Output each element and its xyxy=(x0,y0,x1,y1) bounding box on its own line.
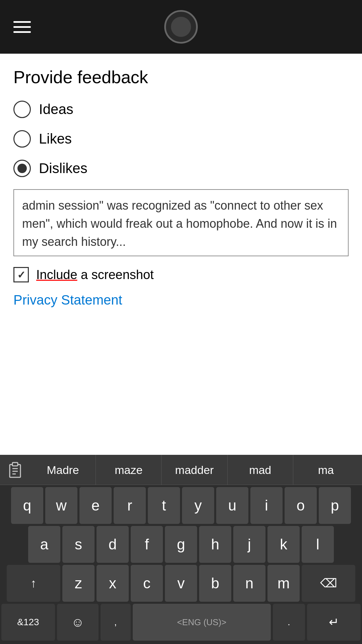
privacy-statement-link[interactable]: Privacy Statement xyxy=(13,292,349,308)
cortana-icon xyxy=(164,10,198,44)
key-p[interactable]: p xyxy=(319,487,351,524)
period-key[interactable]: . xyxy=(273,604,305,641)
key-d[interactable]: d xyxy=(97,526,129,563)
svg-rect-1 xyxy=(12,463,18,466)
autocomplete-word-3[interactable]: mad xyxy=(227,455,293,485)
feedback-textarea[interactable]: admin session" was recognized as "connec… xyxy=(13,189,349,256)
key-o[interactable]: o xyxy=(285,487,317,524)
key-n[interactable]: n xyxy=(233,565,265,602)
key-e[interactable]: e xyxy=(79,487,112,524)
hamburger-menu-button[interactable] xyxy=(13,21,31,33)
key-b[interactable]: b xyxy=(199,565,231,602)
space-key-label: ENG (US) xyxy=(182,617,221,628)
shift-key[interactable]: ↑ xyxy=(7,565,60,602)
autocomplete-word-2[interactable]: madder xyxy=(161,455,227,485)
autocomplete-words: Madre maze madder mad ma xyxy=(30,455,359,485)
key-t[interactable]: t xyxy=(148,487,180,524)
topbar xyxy=(0,0,362,54)
main-content: Provide feedback Ideas Likes Dislikes ad… xyxy=(0,54,362,321)
key-m[interactable]: m xyxy=(267,565,300,602)
screenshot-checkbox-row[interactable]: Include a screenshot xyxy=(13,267,349,282)
key-w[interactable]: w xyxy=(45,487,77,524)
autocomplete-bar: Madre maze madder mad ma xyxy=(0,455,362,485)
key-row-1: q w e r t y u i o p xyxy=(1,487,361,524)
radio-circle-likes xyxy=(13,130,31,148)
key-z[interactable]: z xyxy=(62,565,95,602)
key-g[interactable]: g xyxy=(165,526,197,563)
autocomplete-word-0[interactable]: Madre xyxy=(30,455,96,485)
clipboard-icon[interactable] xyxy=(3,455,27,485)
key-x[interactable]: x xyxy=(97,565,129,602)
key-a[interactable]: a xyxy=(28,526,60,563)
space-key[interactable]: < ENG (US) > xyxy=(133,604,271,641)
key-i[interactable]: i xyxy=(250,487,283,524)
radio-label-dislikes: Dislikes xyxy=(39,160,87,176)
key-rows: q w e r t y u i o p a s d f g h j k l ↑ … xyxy=(0,485,362,644)
radio-ideas[interactable]: Ideas xyxy=(13,101,349,118)
radio-circle-ideas xyxy=(13,101,31,118)
key-r[interactable]: r xyxy=(114,487,146,524)
radio-likes[interactable]: Likes xyxy=(13,130,349,148)
key-u[interactable]: u xyxy=(216,487,248,524)
key-v[interactable]: v xyxy=(165,565,197,602)
radio-dislikes[interactable]: Dislikes xyxy=(13,160,349,177)
enter-key[interactable]: ↵ xyxy=(307,604,361,641)
screenshot-checkbox[interactable] xyxy=(13,267,29,282)
key-row-4: &123 ☺ , < ENG (US) > . ↵ xyxy=(1,604,361,641)
page-title: Provide feedback xyxy=(13,67,349,87)
key-f[interactable]: f xyxy=(131,526,163,563)
backspace-key[interactable]: ⌫ xyxy=(302,565,355,602)
radio-circle-dislikes xyxy=(13,160,31,177)
key-y[interactable]: y xyxy=(182,487,214,524)
key-row-2: a s d f g h j k l xyxy=(1,526,361,563)
key-l[interactable]: l xyxy=(302,526,334,563)
key-q[interactable]: q xyxy=(11,487,43,524)
key-c[interactable]: c xyxy=(131,565,163,602)
include-text-underlined: Include xyxy=(36,268,77,282)
key-k[interactable]: k xyxy=(267,526,300,563)
autocomplete-word-4[interactable]: ma xyxy=(293,455,359,485)
key-h[interactable]: h xyxy=(199,526,231,563)
key-j[interactable]: j xyxy=(233,526,265,563)
keyboard: Madre maze madder mad ma q w e r t y u i… xyxy=(0,455,362,644)
comma-key[interactable]: , xyxy=(101,604,131,641)
numbers-key[interactable]: &123 xyxy=(1,604,55,641)
key-s[interactable]: s xyxy=(62,526,95,563)
radio-label-likes: Likes xyxy=(39,131,72,147)
autocomplete-word-1[interactable]: maze xyxy=(96,455,161,485)
key-row-3: ↑ z x c v b n m ⌫ xyxy=(1,565,361,602)
radio-label-ideas: Ideas xyxy=(39,101,73,117)
screenshot-checkbox-label: Include a screenshot xyxy=(36,268,154,282)
emoji-key[interactable]: ☺ xyxy=(57,604,99,641)
